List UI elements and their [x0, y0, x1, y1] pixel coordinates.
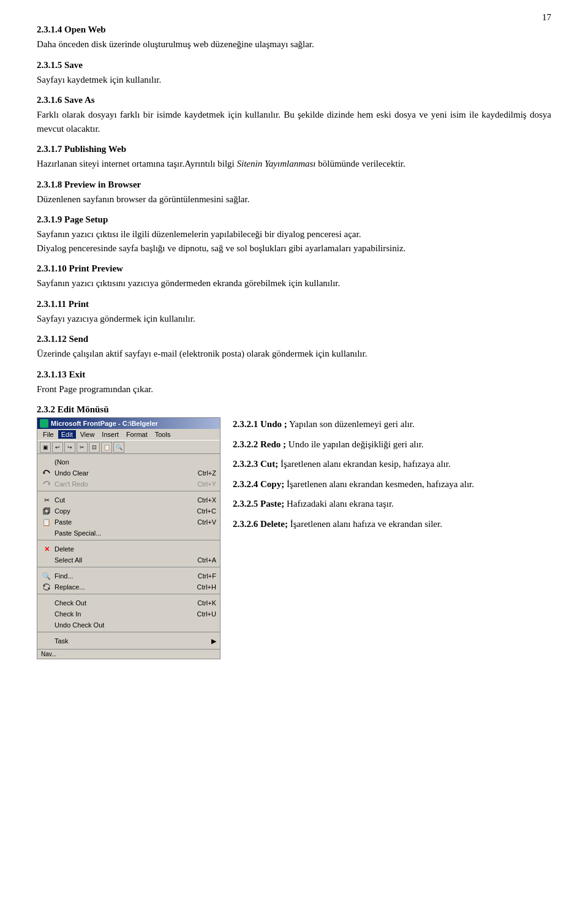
delete-icon: ✕	[41, 544, 52, 554]
replace-icon	[41, 582, 52, 592]
svg-marker-4	[43, 585, 45, 587]
menu-item-copy[interactable]: Copy Ctrl+C	[37, 506, 220, 517]
section-2318: 2.3.1.8 Preview in Browser Düzenlenen sa…	[37, 180, 551, 206]
svg-rect-2	[43, 509, 48, 514]
desc-2323-text: İşaretlenen alanı ekrandan kesip, hafıza…	[278, 459, 451, 469]
menu-insert[interactable]: Insert	[99, 430, 122, 439]
menu-item-paste-special[interactable]: Paste Special...	[37, 528, 220, 539]
undo-checkout-icon	[41, 620, 52, 630]
checkout-icon	[41, 598, 52, 608]
page-number: 17	[542, 12, 551, 23]
desc-2326-title: 2.3.2.6 Delete;	[233, 519, 288, 529]
section-title-23110: 2.3.1.10 Print Preview	[37, 263, 551, 274]
toolbar-btn-2[interactable]: ↩	[52, 442, 63, 453]
section-body-2318: Düzenlenen sayfanın browser da görüntüle…	[37, 192, 551, 206]
section-body-2319a: Sayfanın yazıcı çıktısı ile ilgili düzen…	[37, 227, 551, 241]
menu-item-task[interactable]: Task ▶	[37, 635, 220, 646]
menu-item-cut[interactable]: ✂ Cut Ctrl+X	[37, 494, 220, 506]
menu-item-find[interactable]: 🔍 Find... Ctrl+F	[37, 570, 220, 581]
section-title-2316: 2.3.1.6 Save As	[37, 95, 551, 105]
desc-2322-text: Undo ile yapılan değişikliği geri alır.	[286, 439, 424, 449]
section-title-2315: 2.3.1.5 Save	[37, 60, 551, 70]
desc-2323: 2.3.2.3 Cut; İşaretlenen alanı ekrandan …	[233, 457, 551, 471]
menu-item-select-all[interactable]: Select All Ctrl+A	[37, 555, 220, 566]
find-icon: 🔍	[41, 571, 52, 581]
menu-edit[interactable]: Edit	[58, 430, 76, 439]
section-2317: 2.3.1.7 Publishing Web Hazırlanan siteyi…	[37, 144, 551, 171]
desc-2325-title: 2.3.2.5 Paste;	[233, 499, 284, 509]
separator-5	[37, 632, 220, 634]
svg-rect-3	[45, 508, 50, 513]
desc-2321-text: Yapılan son düzenlemeyi geri alır.	[287, 419, 415, 429]
section-2319: 2.3.1.9 Page Setup Sayfanın yazıcı çıktı…	[37, 214, 551, 255]
desc-2326: 2.3.2.6 Delete; İşaretlenen alanı hafıza…	[233, 517, 551, 531]
section-title-2314: 2.3.1.4 Open Web	[37, 25, 551, 35]
menu-toolbar: ▣ ↩ ↪ ✂ ⊡ 📋 🔍	[37, 441, 220, 454]
svg-marker-5	[48, 587, 50, 589]
desc-2324-title: 2.3.2.4 Copy;	[233, 479, 284, 489]
section-title-23112: 2.3.1.12 Send	[37, 334, 551, 344]
desc-2324: 2.3.2.4 Copy; İşaretlenen alanı ekrandan…	[233, 477, 551, 491]
section-23111: 2.3.1.11 Print Sayfayı yazıcıya gönderme…	[37, 299, 551, 326]
separator-4	[37, 594, 220, 596]
edit-menu-section: 2.3.2 Edit Mönüsü Microsoft FrontPage - …	[37, 404, 551, 659]
section-23113: 2.3.1.13 Exit Front Page programından çı…	[37, 369, 551, 396]
cut-icon: ✂	[41, 495, 52, 505]
menu-body: (Non Undo Clear Ctrl+Z Can't Redo	[37, 454, 220, 649]
menu-menubar[interactable]: File Edit View Insert Format Tools	[37, 429, 220, 441]
menu-item-undo-checkout[interactable]: Undo Check Out	[37, 619, 220, 631]
desc-2325: 2.3.2.5 Paste; Hafızadaki alanı ekrana t…	[233, 497, 551, 511]
menu-item-replace[interactable]: Replace... Ctrl+H	[37, 581, 220, 593]
menu-nonfocused-row: (Non	[37, 456, 220, 468]
paste-special-icon	[41, 528, 52, 538]
desc-2322: 2.3.2.2 Redo ; Undo ile yapılan değişikl…	[233, 437, 551, 452]
toolbar-btn-5[interactable]: ⊡	[89, 442, 100, 453]
desc-2326-text: İşaretlenen alanı hafıza ve ekrandan sil…	[288, 519, 442, 529]
section-body-2319b: Diyalog penceresinde sayfa başlığı ve di…	[37, 241, 551, 256]
select-all-icon	[41, 555, 52, 565]
section-body-2317: Hazırlanan siteyi internet ortamına taşı…	[37, 157, 551, 171]
desc-2322-title: 2.3.2.2 Redo ;	[233, 439, 286, 449]
desc-2324-text: İşaretlenen alanı ekrandan kesmeden, haf…	[284, 479, 474, 489]
section-body-2316: Farklı olarak dosyayı farklı bir isimde …	[37, 108, 551, 135]
menu-titlebar: Microsoft FrontPage - C:\Belgeler	[37, 418, 220, 429]
menu-item-delete[interactable]: ✕ Delete	[37, 543, 220, 555]
menu-screenshot: Microsoft FrontPage - C:\Belgeler File E…	[37, 417, 221, 659]
section-title-23113: 2.3.1.13 Exit	[37, 369, 551, 380]
toolbar-btn-1[interactable]: ▣	[40, 442, 51, 453]
section-body-23110: Sayfanın yazıcı çıktısını yazıcıya gönde…	[37, 276, 551, 290]
menu-file[interactable]: File	[40, 430, 57, 439]
menu-item-redo: Can't Redo Ctrl+Y	[37, 479, 220, 490]
toolbar-btn-6[interactable]: 📋	[101, 442, 112, 453]
nav-label: Nav...	[37, 649, 220, 659]
section-2315: 2.3.1.5 Save Sayfayı kaydetmek için kull…	[37, 60, 551, 87]
section-2316: 2.3.1.6 Save As Farklı olarak dosyayı fa…	[37, 95, 551, 135]
section-body-2315: Sayfayı kaydetmek için kullanılır.	[37, 73, 551, 87]
separator-3	[37, 567, 220, 569]
menu-item-paste[interactable]: 📋 Paste Ctrl+V	[37, 517, 220, 528]
section-23112: 2.3.1.12 Send Üzerinde çalışılan aktif s…	[37, 334, 551, 361]
redo-icon	[41, 479, 52, 489]
section-body-23113: Front Page programından çıkar.	[37, 382, 551, 396]
section-title-23111: 2.3.1.11 Print	[37, 299, 551, 309]
section-body-2314: Daha önceden disk üzerinde oluşturulmuş …	[37, 37, 551, 51]
menu-view[interactable]: View	[77, 430, 98, 439]
menu-item-checkout[interactable]: Check Out Ctrl+K	[37, 597, 220, 608]
section-body-23112: Üzerinde çalışılan aktif sayfayı e-mail …	[37, 347, 551, 361]
menu-tools[interactable]: Tools	[152, 430, 174, 439]
toolbar-btn-4[interactable]: ✂	[77, 442, 88, 453]
toolbar-btn-3[interactable]: ↪	[64, 442, 75, 453]
section-2314: 2.3.1.4 Open Web Daha önceden disk üzeri…	[37, 25, 551, 51]
separator-1	[37, 491, 220, 493]
toolbar-btn-7[interactable]: 🔍	[113, 442, 124, 453]
undo-icon	[41, 468, 52, 478]
task-icon	[41, 636, 52, 646]
menu-item-checkin[interactable]: Check In Ctrl+U	[37, 608, 220, 619]
menu-format[interactable]: Format	[123, 430, 151, 439]
section-title-2319: 2.3.1.9 Page Setup	[37, 214, 551, 225]
desc-2321-title: 2.3.2.1 Undo ;	[233, 419, 287, 429]
section-title-2318: 2.3.1.8 Preview in Browser	[37, 180, 551, 190]
menu-item-undo[interactable]: Undo Clear Ctrl+Z	[37, 468, 220, 479]
desc-2325-text: Hafızadaki alanı ekrana taşır.	[284, 499, 394, 509]
edit-menu-title: 2.3.2 Edit Mönüsü	[37, 404, 551, 415]
